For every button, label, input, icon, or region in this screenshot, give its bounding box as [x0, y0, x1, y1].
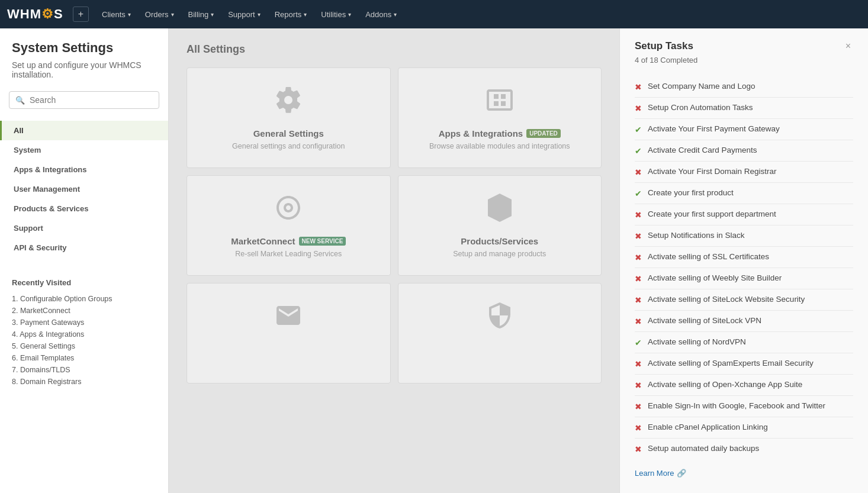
- caret-icon: ▾: [348, 11, 351, 18]
- setup-task-item[interactable]: ✖Activate selling of Open-Xchange App Su…: [635, 375, 853, 396]
- setup-panel-close-button[interactable]: ×: [843, 40, 853, 52]
- page-wrapper: System Settings Set up and configure you…: [0, 28, 868, 493]
- cross-icon: ✖: [635, 381, 642, 390]
- add-button[interactable]: +: [73, 7, 89, 22]
- setup-task-item[interactable]: ✖Activate selling of SSL Certificates: [635, 247, 853, 268]
- recently-visited-item[interactable]: 8. Domain Registrars: [12, 376, 156, 388]
- main-content: All Settings General SettingsGeneral set…: [169, 28, 619, 493]
- setup-task-item[interactable]: ✖Activate selling of SpamExperts Email S…: [635, 353, 853, 375]
- cross-icon: ✖: [635, 210, 642, 220]
- caret-icon: ▾: [258, 11, 261, 18]
- gear-icon: [274, 86, 303, 120]
- card-badge: UPDATED: [526, 129, 561, 138]
- sidebar-nav: All System Apps & Integrations User Mana…: [0, 121, 168, 257]
- setup-task-item[interactable]: ✖Activate selling of SiteLock VPN: [635, 311, 853, 332]
- setup-panel-header: Setup Tasks ×: [635, 40, 853, 52]
- recently-visited-title: Recently Visited: [12, 278, 156, 287]
- setup-task-item[interactable]: ✔Activate selling of NordVPN: [635, 332, 853, 353]
- sidebar-item-support[interactable]: Support: [0, 218, 168, 238]
- sidebar: System Settings Set up and configure you…: [0, 28, 169, 493]
- card-products-services[interactable]: Products/ServicesSetup and manage produc…: [398, 175, 602, 276]
- recently-visited-list: 1. Configurable Option Groups2. MarketCo…: [12, 293, 156, 388]
- nav-orders[interactable]: Orders ▾: [139, 7, 180, 22]
- sidebar-item-api-security[interactable]: API & Security: [0, 238, 168, 257]
- sidebar-item-products-services[interactable]: Products & Services: [0, 199, 168, 218]
- task-label: Enable cPanel Application Linking: [648, 423, 768, 431]
- recently-visited-item[interactable]: 4. Apps & Integrations: [12, 328, 156, 340]
- caret-icon: ▾: [394, 11, 397, 18]
- setup-task-item[interactable]: ✖Activate Your First Domain Registrar: [635, 162, 853, 183]
- card-description: Browse available modules and integration…: [429, 142, 570, 150]
- card-general-settings[interactable]: General SettingsGeneral settings and con…: [187, 67, 391, 168]
- card-title: Apps & IntegrationsUPDATED: [439, 128, 561, 138]
- nav-reports[interactable]: Reports ▾: [269, 7, 313, 22]
- cross-icon: ✖: [635, 444, 642, 454]
- card-card5[interactable]: [187, 283, 391, 384]
- setup-task-item[interactable]: ✖Setup automated daily backups: [635, 439, 853, 459]
- task-label: Activate Your First Domain Registrar: [648, 167, 777, 176]
- learn-more-link[interactable]: Learn More 🔗: [635, 469, 853, 478]
- setup-task-item[interactable]: ✔Create your first product: [635, 183, 853, 204]
- card-title: MarketConnectNEW SERVICE: [231, 236, 346, 246]
- caret-icon: ▾: [128, 11, 131, 18]
- card-title: General Settings: [253, 128, 324, 138]
- recently-visited-item[interactable]: 2. MarketConnect: [12, 305, 156, 317]
- setup-task-item[interactable]: ✔Activate Credit Card Payments: [635, 140, 853, 162]
- checkmark-icon: ✔: [635, 189, 642, 198]
- setup-task-item[interactable]: ✖Activate selling of SiteLock Website Se…: [635, 289, 853, 311]
- nav-clients[interactable]: Clients ▾: [96, 7, 137, 22]
- card-description: Setup and manage products: [453, 250, 546, 258]
- caret-icon: ▾: [304, 11, 307, 18]
- cross-icon: ✖: [635, 104, 642, 113]
- nav-utilities[interactable]: Utilities ▾: [315, 7, 357, 22]
- search-box[interactable]: 🔍: [9, 91, 159, 109]
- task-label: Activate selling of SpamExperts Email Se…: [648, 359, 814, 368]
- recently-visited-item[interactable]: 3. Payment Gateways: [12, 317, 156, 328]
- nav-billing[interactable]: Billing ▾: [182, 7, 220, 22]
- recently-visited-item[interactable]: 7. Domains/TLDS: [12, 364, 156, 376]
- recently-visited-item[interactable]: 6. Email Templates: [12, 352, 156, 364]
- page-title: System Settings: [12, 40, 156, 56]
- card-badge: NEW SERVICE: [299, 237, 346, 246]
- task-label: Create your first product: [648, 188, 734, 197]
- nav-addons[interactable]: Addons ▾: [359, 7, 403, 22]
- sidebar-item-system[interactable]: System: [0, 140, 168, 160]
- setup-task-item[interactable]: ✖Setup Notifications in Slack: [635, 225, 853, 247]
- logo-text: WHM⚙S: [7, 7, 63, 22]
- setup-task-item[interactable]: ✖Set Company Name and Logo: [635, 76, 853, 98]
- setup-task-item[interactable]: ✖Enable cPanel Application Linking: [635, 417, 853, 439]
- cross-icon: ✖: [635, 402, 642, 411]
- recently-visited-item[interactable]: 5. General Settings: [12, 340, 156, 352]
- sidebar-item-all[interactable]: All: [0, 121, 168, 140]
- setup-task-item[interactable]: ✔Activate Your First Payment Gateway: [635, 119, 853, 140]
- search-icon: 🔍: [15, 96, 25, 105]
- recently-visited-item[interactable]: 1. Configurable Option Groups: [12, 293, 156, 305]
- setup-task-item[interactable]: ✖Setup Cron Automation Tasks: [635, 98, 853, 119]
- card-title: Products/Services: [461, 236, 538, 246]
- checkmark-icon: ✔: [635, 125, 642, 134]
- box-icon: [486, 194, 514, 227]
- card-marketconnect[interactable]: MarketConnectNEW SERVICERe-sell Market L…: [187, 175, 391, 276]
- setup-task-item[interactable]: ✖Activate selling of Weebly Site Builder: [635, 268, 853, 289]
- task-label: Setup Cron Automation Tasks: [648, 103, 753, 112]
- cross-icon: ✖: [635, 274, 642, 283]
- sidebar-item-user-management[interactable]: User Management: [0, 179, 168, 199]
- sidebar-item-apps-integrations[interactable]: Apps & Integrations: [0, 160, 168, 179]
- setup-task-list: ✖Set Company Name and Logo✖Setup Cron Au…: [635, 76, 853, 459]
- card-apps-integrations[interactable]: Apps & IntegrationsUPDATEDBrowse availab…: [398, 67, 602, 168]
- search-input[interactable]: [30, 95, 153, 105]
- task-label: Enable Sign-In with Google, Facebook and…: [648, 401, 825, 410]
- setup-task-item[interactable]: ✖Create your first support department: [635, 204, 853, 225]
- task-label: Setup Notifications in Slack: [648, 231, 745, 240]
- task-label: Set Company Name and Logo: [648, 82, 756, 91]
- checkmark-icon: ✔: [635, 146, 642, 156]
- task-label: Activate selling of SiteLock Website Sec…: [648, 295, 805, 304]
- top-navigation: WHM⚙S + Clients ▾ Orders ▾ Billing ▾ Sup…: [0, 0, 868, 28]
- nav-support[interactable]: Support ▾: [222, 7, 266, 22]
- setup-panel-title: Setup Tasks: [635, 40, 693, 52]
- task-label: Activate selling of SiteLock VPN: [648, 316, 761, 325]
- setup-task-item[interactable]: ✖Enable Sign-In with Google, Facebook an…: [635, 396, 853, 417]
- card-card6[interactable]: [398, 283, 602, 384]
- task-label: Activate selling of NordVPN: [648, 337, 746, 346]
- cross-icon: ✖: [635, 295, 642, 305]
